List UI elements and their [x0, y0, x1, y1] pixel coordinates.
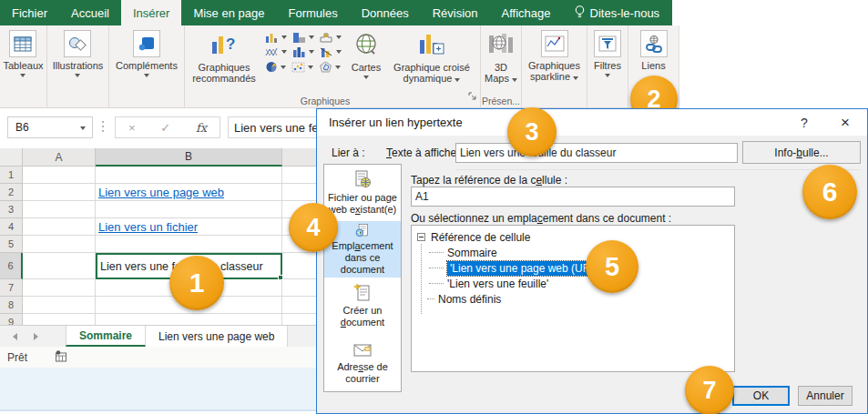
- tab-inserer[interactable]: Insérer: [121, 0, 181, 25]
- collapse-icon[interactable]: [417, 233, 425, 241]
- recommended-charts-button[interactable]: ? Graphiques recommandés: [188, 25, 260, 95]
- cell[interactable]: [23, 253, 96, 279]
- column-chart-button[interactable]: [262, 30, 290, 45]
- tree-node-cell-reference[interactable]: Référence de cellule: [417, 229, 734, 245]
- 3d-maps-button[interactable]: 3DMaps: [485, 25, 517, 95]
- tables-button[interactable]: Tableaux: [3, 25, 43, 95]
- row-header[interactable]: 2: [0, 184, 23, 201]
- cell[interactable]: [96, 167, 282, 184]
- cell[interactable]: [23, 218, 96, 236]
- row-header[interactable]: 1: [0, 167, 23, 184]
- cell[interactable]: [96, 314, 282, 325]
- tree-node-noms-definis[interactable]: Noms définis: [417, 291, 734, 307]
- dropdown-caret-icon: [336, 50, 342, 54]
- cell[interactable]: [23, 314, 96, 325]
- row-header[interactable]: 3: [0, 201, 23, 218]
- cell[interactable]: [23, 167, 96, 184]
- macro-record-icon[interactable]: [55, 350, 67, 365]
- bar-area-chart-button[interactable]: [290, 30, 317, 45]
- row-header[interactable]: 8: [0, 297, 23, 314]
- column-3d-chart-button[interactable]: [290, 45, 317, 59]
- tab-formules[interactable]: Formules: [276, 0, 349, 25]
- dialog-launcher-icon[interactable]: [468, 88, 477, 105]
- cell[interactable]: [23, 297, 96, 314]
- cell[interactable]: [282, 279, 317, 297]
- dropdown-caret-icon: [573, 76, 578, 80]
- cell[interactable]: [96, 236, 282, 253]
- cell-reference-input[interactable]: A1: [411, 187, 735, 207]
- sidebar-item-existing-file[interactable]: Fichier ou page web existant(e): [324, 165, 401, 221]
- select-all-corner[interactable]: [0, 148, 23, 167]
- cell[interactable]: [282, 253, 317, 279]
- cell-b4[interactable]: Lien vers un fichier: [96, 218, 282, 236]
- enter-icon[interactable]: ✓: [160, 121, 170, 135]
- excel-window: Fichier Accueil Insérer Mise en page For…: [0, 0, 868, 414]
- cell-b2[interactable]: Lien vers une page web: [96, 184, 282, 201]
- filters-button[interactable]: Filtres: [594, 25, 621, 95]
- column-header-partial[interactable]: [282, 148, 317, 167]
- row-header-6[interactable]: 6: [0, 253, 23, 279]
- cancel-button[interactable]: Annuler: [798, 386, 853, 406]
- formula-bar-splitter[interactable]: [102, 121, 104, 135]
- tooltip-button[interactable]: Info-bulle...: [742, 141, 861, 164]
- tree-node-sommaire[interactable]: Sommaire: [417, 245, 734, 260]
- sheet-nav-right-icon[interactable]: [34, 333, 38, 340]
- cell[interactable]: [282, 184, 317, 201]
- row-header[interactable]: 9: [0, 314, 23, 325]
- addins-button[interactable]: Compléments: [116, 25, 178, 95]
- column-header-b[interactable]: B: [96, 148, 282, 167]
- ok-button[interactable]: OK: [732, 386, 790, 406]
- tree-node-lien-page-web-selected[interactable]: 'Lien vers une page web (URL)': [417, 260, 734, 276]
- tab-mise-en-page[interactable]: Mise en page: [181, 0, 276, 25]
- sheet-tab-lien-page-web[interactable]: Lien vers une page web: [146, 326, 288, 347]
- sidebar-item-create-document[interactable]: Créer un document: [324, 278, 401, 334]
- dropdown-caret-icon: [20, 74, 26, 77]
- sparkline-button[interactable]: Graphiquessparkline: [528, 25, 580, 95]
- dialog-help-icon[interactable]: ?: [785, 109, 823, 136]
- cell-b4-hyperlink[interactable]: Lien vers un fichier: [96, 220, 198, 234]
- callout-1: 1: [169, 256, 224, 310]
- fill-handle[interactable]: [278, 275, 283, 280]
- tab-donnees[interactable]: Données: [350, 0, 421, 25]
- dialog-close-icon[interactable]: ×: [825, 109, 865, 136]
- cell[interactable]: [282, 297, 317, 314]
- sheet-tab-sommaire[interactable]: Sommaire: [66, 326, 146, 347]
- cell[interactable]: [282, 314, 317, 325]
- cancel-icon[interactable]: ×: [128, 121, 136, 135]
- radar-chart-button[interactable]: [316, 59, 343, 75]
- cell[interactable]: [23, 236, 96, 253]
- 3d-map-icon: [485, 30, 516, 59]
- line-chart-button[interactable]: [262, 45, 290, 59]
- cell[interactable]: [23, 201, 96, 218]
- tree-node-lien-feuille[interactable]: 'Lien vers une feuille': [417, 276, 734, 291]
- hierarchy-chart-button[interactable]: [317, 30, 344, 45]
- sheet-nav-left-icon[interactable]: [13, 333, 17, 340]
- row-header[interactable]: 5: [0, 236, 23, 253]
- row-header[interactable]: 4: [0, 218, 23, 236]
- cell-b2-hyperlink[interactable]: Lien vers une page web: [96, 186, 224, 199]
- pie-chart-button[interactable]: [262, 59, 289, 75]
- cell[interactable]: [23, 279, 96, 297]
- scatter-chart-button[interactable]: [289, 59, 316, 75]
- display-text-input[interactable]: Lien vers une feuille du classeur: [455, 143, 738, 163]
- row-header[interactable]: 7: [0, 279, 23, 297]
- tab-accueil[interactable]: Accueil: [59, 0, 121, 25]
- group-label-presentation: Présen...: [481, 96, 521, 106]
- tab-affichage[interactable]: Affichage: [490, 0, 563, 25]
- sidebar-item-email-address[interactable]: Adresse de courrier: [324, 334, 401, 390]
- cell[interactable]: [282, 167, 317, 184]
- maps-button[interactable]: Cartes: [346, 25, 386, 95]
- insert-function-icon[interactable]: fx: [196, 121, 207, 135]
- name-box[interactable]: B6: [7, 116, 93, 138]
- dropdown-caret-icon: [281, 50, 287, 54]
- stock-chart-button[interactable]: [317, 45, 344, 59]
- tab-fichier[interactable]: Fichier: [0, 0, 59, 25]
- tab-revision[interactable]: Révision: [421, 0, 490, 25]
- pivot-chart-button[interactable]: Graphique croisédynamique: [386, 25, 477, 95]
- tab-dites-le-nous[interactable]: Dites-le-nous: [563, 0, 672, 25]
- column-header-a[interactable]: A: [23, 148, 96, 167]
- illustrations-button[interactable]: Illustrations: [53, 25, 104, 95]
- cell[interactable]: [23, 184, 96, 201]
- cell[interactable]: [96, 201, 282, 218]
- bar-chart-icon: [292, 32, 306, 43]
